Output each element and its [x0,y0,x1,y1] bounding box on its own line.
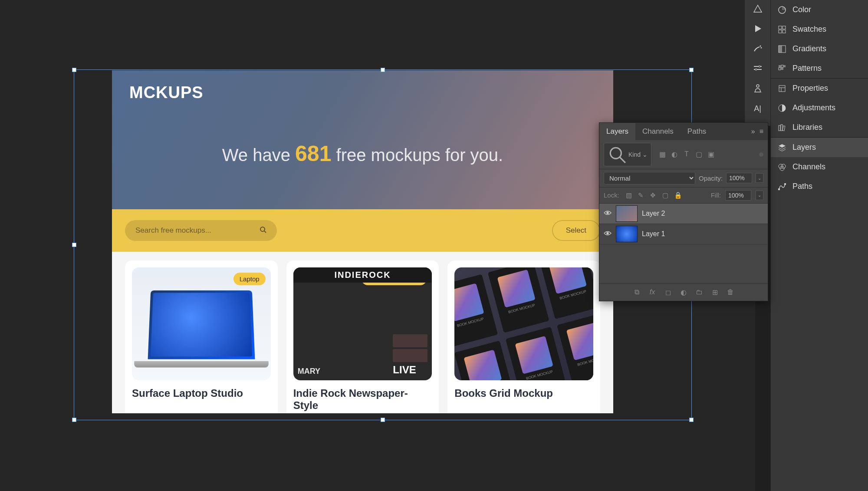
link-layers-icon[interactable]: ⧉ [633,288,641,297]
tab-channels[interactable]: Channels [635,123,681,140]
layer-thumbnail[interactable] [616,205,638,222]
play-icon[interactable] [753,23,763,34]
tab-layers[interactable]: Layers [599,123,635,140]
panel-channels[interactable]: Channels [771,157,868,177]
filter-pixel-icon[interactable]: ▦ [658,150,666,158]
lock-transparency-icon[interactable]: ▨ [625,191,632,199]
filter-type-icons: ▦ ◐ T ▢ ▣ [658,150,715,158]
menu-icon[interactable]: ≡ [760,128,763,135]
svg-rect-11 [779,26,782,29]
filter-toggle[interactable] [759,152,763,157]
layers-icon [778,143,786,152]
panel-label: Patterns [792,64,822,73]
handle-top-middle[interactable] [381,68,385,72]
layers-footer: ⧉ fx ◻ ◐ 🗀 ⊞ 🗑 [599,283,768,301]
svg-rect-12 [783,26,786,29]
figure-icon[interactable] [753,83,763,94]
svg-rect-33 [784,183,786,185]
layer-group-icon[interactable]: 🗀 [695,288,703,297]
filter-kind-select[interactable]: Kind ⌄ [604,143,651,166]
delete-layer-icon[interactable]: 🗑 [727,288,734,297]
layer-filter-row: Kind ⌄ ▦ ◐ T ▢ ▣ [599,140,768,169]
lock-position-icon[interactable]: ✥ [650,191,657,199]
panel-gradients[interactable]: Gradients [771,39,868,59]
visibility-toggle-icon[interactable] [604,210,612,217]
collapsed-toolbar: A| [744,0,770,126]
svg-rect-22 [779,86,785,92]
svg-point-3 [760,47,762,49]
brush-dots-icon[interactable] [753,43,763,54]
channels-icon [778,163,786,171]
opacity-input[interactable]: 100% [726,173,752,183]
handle-bottom-middle[interactable] [381,418,385,422]
opacity-dropdown[interactable]: ⌄ [756,173,763,183]
filter-adjust-icon[interactable]: ◐ [671,150,678,158]
color-wheel-icon [778,6,786,14]
fill-dropdown[interactable]: ⌄ [756,191,763,200]
layer-name[interactable]: Layer 1 [642,230,665,238]
libraries-icon [778,123,786,132]
panel-label: Adjustments [792,103,835,112]
svg-point-6 [759,66,760,67]
collapse-icon[interactable]: » [751,128,755,135]
panel-patterns[interactable]: Patterns [771,59,868,78]
panel-adjustments[interactable]: Adjustments [771,98,868,118]
handle-middle-left[interactable] [72,243,76,247]
blend-mode-select[interactable]: Normal [604,172,695,185]
adjustments-icon [778,104,786,112]
lock-artboard-icon[interactable]: ▢ [662,191,669,199]
adjustment-layer-icon[interactable]: ◐ [680,288,687,297]
handle-bottom-left[interactable] [72,418,76,422]
opacity-label: Opacity: [699,175,723,182]
panel-libraries[interactable]: Libraries [771,118,868,137]
handle-top-right[interactable] [689,68,694,72]
layer-row[interactable]: Layer 1 [599,224,768,244]
lock-label: Lock: [604,191,619,199]
lock-row: Lock: ▨ ✎ ✥ ▢ 🔒 Fill: 100% ⌄ [599,188,768,204]
new-layer-icon[interactable]: ⊞ [711,288,719,297]
visibility-toggle-icon[interactable] [604,230,612,238]
panel-properties[interactable]: Properties [771,79,868,98]
panel-label: Channels [792,162,825,171]
svg-rect-20 [779,68,781,70]
svg-line-35 [620,157,625,163]
panel-label: Properties [792,84,828,93]
svg-rect-21 [781,68,783,70]
panel-label: Swatches [792,25,826,34]
lock-paint-icon[interactable]: ✎ [638,191,644,199]
text-icon[interactable]: A| [753,103,763,114]
svg-point-7 [755,69,757,70]
svg-point-34 [610,148,621,158]
layer-mask-icon[interactable]: ◻ [664,288,672,297]
lock-all-icon[interactable]: 🔒 [674,191,681,199]
filter-smart-icon[interactable]: ▣ [707,150,715,158]
svg-rect-14 [783,30,786,33]
blend-row: Normal Opacity: 100% ⌄ [599,169,768,188]
fill-input[interactable]: 100% [725,190,751,201]
layer-row[interactable]: Layer 2 [599,204,768,224]
filter-shape-icon[interactable]: ▢ [695,150,703,158]
layer-thumbnail[interactable] [616,226,638,242]
svg-rect-18 [781,65,783,67]
svg-rect-13 [779,30,782,33]
panel-paths[interactable]: Paths [771,177,868,196]
layer-name[interactable]: Layer 2 [642,210,665,217]
handle-bottom-right[interactable] [689,418,694,422]
adjust-lines-icon[interactable] [753,63,763,74]
panel-label: Gradients [792,44,826,53]
filter-type-icon[interactable]: T [683,150,690,158]
svg-rect-19 [784,65,786,67]
triangle-icon[interactable] [753,3,763,14]
swatches-icon [778,25,786,34]
panel-layers[interactable]: Layers [771,138,868,157]
tab-paths[interactable]: Paths [681,123,713,140]
panel-swatches[interactable]: Swatches [771,20,868,39]
handle-top-left[interactable] [72,68,76,72]
layers-floating-panel[interactable]: Layers Channels Paths » ≡ Kind ⌄ ▦ ◐ T ▢… [599,122,768,301]
svg-rect-16 [779,46,782,53]
panel-color[interactable]: Color [771,0,868,20]
fill-label: Fill: [711,191,721,199]
panel-group-color: Color Swatches Gradients Patterns [771,0,868,78]
layer-fx-icon[interactable]: fx [648,288,656,297]
right-panel-dock: Color Swatches Gradients Patterns Proper… [770,0,868,491]
